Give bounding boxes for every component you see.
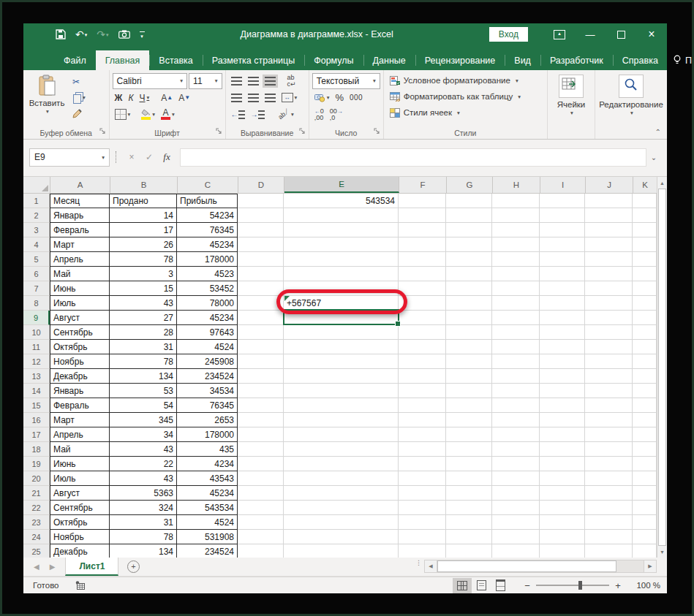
enter-icon[interactable]: ✓ <box>140 149 158 166</box>
row-header-3[interactable]: 3 <box>23 223 50 237</box>
cell-A14[interactable]: Январь <box>50 384 110 398</box>
cell-G24[interactable] <box>446 530 492 544</box>
cell-J10[interactable] <box>585 325 633 340</box>
font-size-select[interactable]: 11▾ <box>189 73 222 89</box>
cell-B1[interactable]: Продано <box>110 194 177 208</box>
cell-D5[interactable] <box>238 252 284 267</box>
cell-D9[interactable] <box>238 311 284 325</box>
cell-G8[interactable] <box>446 296 492 311</box>
font-name-select[interactable]: Calibri▾ <box>113 73 188 89</box>
cell-K24[interactable] <box>633 530 657 544</box>
cell-A16[interactable]: Март <box>50 413 110 427</box>
cell-C6[interactable]: 4523 <box>177 267 238 281</box>
close-button[interactable]: × <box>636 23 667 45</box>
cell-C2[interactable]: 54234 <box>177 208 238 223</box>
cell-B11[interactable]: 31 <box>110 340 177 354</box>
maximize-button[interactable] <box>606 23 636 45</box>
cell-E12[interactable] <box>284 354 399 369</box>
cell-E17[interactable] <box>284 427 399 442</box>
cell-K16[interactable] <box>633 413 657 427</box>
cell-D6[interactable] <box>238 267 284 281</box>
cell-D3[interactable] <box>238 223 284 237</box>
cell-F17[interactable] <box>399 427 446 442</box>
cell-A12[interactable]: Ноябрь <box>50 354 110 369</box>
column-header-J[interactable]: J <box>586 177 633 193</box>
align-top-button[interactable] <box>229 73 244 88</box>
cell-F15[interactable] <box>399 398 446 413</box>
underline-button[interactable]: Ч▾ <box>137 90 151 105</box>
cell-I2[interactable] <box>540 208 585 223</box>
cell-J4[interactable] <box>585 237 633 252</box>
alignment-dialog-launcher[interactable] <box>299 126 306 137</box>
cell-E5[interactable] <box>284 252 399 267</box>
row-header-16[interactable]: 16 <box>23 413 50 427</box>
accounting-format-button[interactable]: ▾ <box>312 90 332 105</box>
align-bottom-button[interactable] <box>263 73 278 88</box>
cell-J7[interactable] <box>585 281 633 296</box>
format-as-table-button[interactable]: Форматировать как таблицу▾ <box>390 88 544 104</box>
cell-B14[interactable]: 53 <box>110 384 177 398</box>
row-header-17[interactable]: 17 <box>23 427 50 442</box>
cell-D12[interactable] <box>238 354 284 369</box>
scroll-left-icon[interactable]: ◀ <box>424 560 437 573</box>
cell-B21[interactable]: 5363 <box>110 486 177 501</box>
cell-C10[interactable]: 97643 <box>177 325 238 340</box>
cells-button[interactable]: Ячейки ▾ <box>551 72 592 126</box>
redo-button[interactable]: ↷▾ <box>97 29 108 39</box>
cell-D1[interactable] <box>238 194 284 208</box>
cell-H13[interactable] <box>492 369 540 384</box>
cell-C9[interactable]: 45234 <box>177 311 238 325</box>
cell-A6[interactable]: Май <box>50 267 110 281</box>
cell-A10[interactable]: Сентябрь <box>50 325 110 340</box>
cell-J9[interactable] <box>585 311 633 325</box>
cell-G19[interactable] <box>446 457 492 471</box>
cell-B10[interactable]: 28 <box>110 325 177 340</box>
select-all-corner[interactable] <box>23 177 50 193</box>
cell-C17[interactable]: 178000 <box>177 427 238 442</box>
cell-K5[interactable] <box>633 252 657 267</box>
cell-I3[interactable] <box>540 223 585 237</box>
align-center-button[interactable] <box>246 90 261 105</box>
cell-F4[interactable] <box>399 237 446 252</box>
cell-K13[interactable] <box>633 369 657 384</box>
ribbon-tab-Данные[interactable]: Данные <box>363 50 415 70</box>
fill-handle[interactable] <box>395 321 401 327</box>
cell-H20[interactable] <box>492 471 540 486</box>
cut-button[interactable]: ✂ <box>70 74 88 89</box>
cell-A13[interactable]: Декабрь <box>50 369 110 384</box>
column-header-G[interactable]: G <box>447 177 493 193</box>
cell-G1[interactable] <box>446 194 492 208</box>
cell-K4[interactable] <box>633 237 657 252</box>
cell-C18[interactable]: 435 <box>177 442 238 457</box>
cell-F25[interactable] <box>399 544 446 558</box>
cell-G21[interactable] <box>446 486 492 501</box>
row-header-10[interactable]: 10 <box>23 325 50 340</box>
row-header-7[interactable]: 7 <box>23 281 50 296</box>
cell-J6[interactable] <box>585 267 633 281</box>
cell-G10[interactable] <box>446 325 492 340</box>
column-header-D[interactable]: D <box>238 177 284 193</box>
cell-I12[interactable] <box>540 354 585 369</box>
ribbon-tab-Вставка[interactable]: Вставка <box>149 50 202 70</box>
merge-center-button[interactable]: ↔▾ <box>279 90 300 105</box>
cell-G9[interactable] <box>446 311 492 325</box>
column-header-K[interactable]: K <box>633 177 657 193</box>
conditional-formatting-button[interactable]: Условное форматирование▾ <box>390 72 544 88</box>
cell-I5[interactable] <box>540 252 585 267</box>
cell-K12[interactable] <box>633 354 657 369</box>
wrap-text-button[interactable]: abc↵ <box>285 73 298 88</box>
cell-G3[interactable] <box>446 223 492 237</box>
ribbon-tab-Главная[interactable]: Главная <box>96 50 150 70</box>
cell-H25[interactable] <box>492 544 540 558</box>
row-header-24[interactable]: 24 <box>23 530 50 544</box>
cell-C21[interactable]: 45234 <box>177 486 238 501</box>
cell-D17[interactable] <box>238 427 284 442</box>
increase-decimal-button[interactable]: ←0,00 <box>312 107 326 122</box>
cell-K22[interactable] <box>633 501 657 515</box>
row-header-18[interactable]: 18 <box>23 442 50 457</box>
cell-H10[interactable] <box>492 325 540 340</box>
cell-A25[interactable]: Декабрь <box>50 544 110 558</box>
editing-button[interactable]: Редактирование ▾ <box>598 72 664 126</box>
cell-styles-button[interactable]: Стили ячеек▾ <box>390 104 544 121</box>
cell-B20[interactable]: 43 <box>110 471 177 486</box>
